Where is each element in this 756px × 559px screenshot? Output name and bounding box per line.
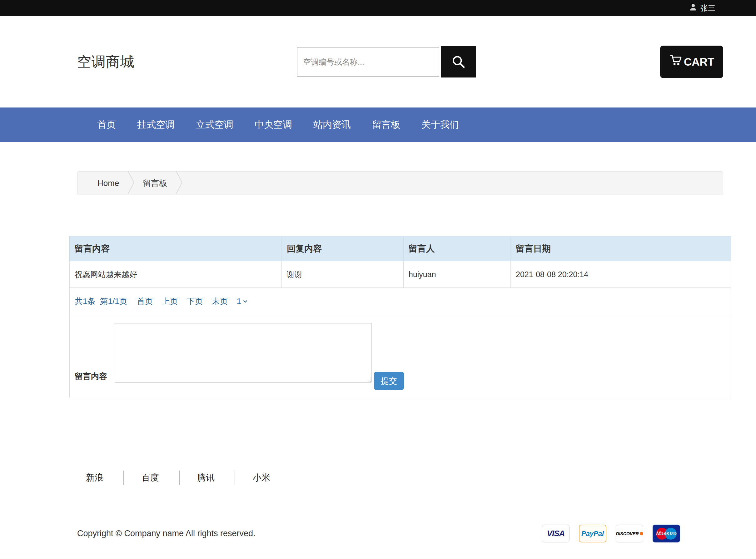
cart-label: CART [684,55,714,68]
page-select-value: 1 [237,296,241,306]
search-input[interactable] [297,47,439,76]
discover-dot [640,532,643,535]
pagination-next[interactable]: 下页 [187,296,203,307]
discover-label: DISCOVER [616,531,639,536]
message-label: 留言内容 [75,371,107,382]
nav-item-central-ac[interactable]: 中央空调 [250,118,296,131]
user-menu[interactable]: 张三 [689,3,715,14]
chevron-right-icon [175,171,183,195]
message-form: 留言内容 提交 [69,315,731,398]
table-header-row: 留言内容 回复内容 留言人 留言日期 [70,236,731,261]
message-board-panel: 留言内容 回复内容 留言人 留言日期 祝愿网站越来越好 谢谢 huiyuan 2… [69,236,731,398]
divider [179,471,180,485]
col-header-reply: 回复内容 [282,236,404,261]
pagination-total: 共1条 [75,296,95,307]
cart-icon [669,54,683,70]
visa-label: VISA [547,529,565,538]
chevron-down-icon [243,296,248,306]
nav-item-floor-ac[interactable]: 立式空调 [191,118,238,131]
pagination-prev[interactable]: 上页 [162,296,178,307]
site-title[interactable]: 空调商城 [77,52,135,71]
cell-date: 2021-08-08 20:20:14 [511,261,731,288]
cell-message: 祝愿网站越来越好 [70,261,282,288]
page-select[interactable]: 1 [237,296,248,306]
link-tencent[interactable]: 腾讯 [197,472,214,484]
payment-icons: VISA PayPal DISCOVER Maestro [542,524,680,542]
friend-links: 新浪 百度 腾讯 小米 [77,470,723,486]
col-header-date: 留言日期 [511,236,731,261]
search-bar [297,46,476,77]
nav-item-news[interactable]: 站内资讯 [309,118,355,131]
site-header: 空调商城 CART [0,16,756,108]
search-button[interactable] [441,46,476,77]
message-table: 留言内容 回复内容 留言人 留言日期 祝愿网站越来越好 谢谢 huiyuan 2… [69,236,731,288]
link-sina[interactable]: 新浪 [86,472,104,484]
chevron-right-icon [127,171,135,195]
divider [235,471,235,485]
footer: Copyright © Company name All rights rese… [77,524,723,542]
breadcrumb-current: 留言板 [143,178,167,189]
discover-icon: DISCOVER [616,524,643,542]
user-icon [689,3,697,14]
breadcrumb-home[interactable]: Home [97,178,119,188]
maestro-icon: Maestro [652,524,680,542]
pagination-last[interactable]: 末页 [212,296,228,307]
maestro-label: Maestro [656,531,676,537]
message-textarea[interactable] [115,323,371,382]
paypal-icon: PayPal [579,524,606,542]
divider [123,471,124,485]
col-header-message: 留言内容 [70,236,282,261]
col-header-author: 留言人 [404,236,511,261]
cell-reply: 谢谢 [282,261,404,288]
breadcrumb: Home 留言板 [77,171,723,195]
nav-item-message-board[interactable]: 留言板 [368,118,405,131]
copyright: Copyright © Company name All rights rese… [77,529,255,538]
pagination-first[interactable]: 首页 [137,296,153,307]
visa-icon: VISA [542,524,570,542]
cart-button[interactable]: CART [660,46,723,78]
link-baidu[interactable]: 百度 [141,472,159,484]
pagination: 共1条 第1/1页 首页 上页 下页 末页 1 [69,288,731,315]
nav-item-home[interactable]: 首页 [93,118,120,131]
pagination-page-info: 第1/1页 [100,296,127,307]
nav-item-wall-ac[interactable]: 挂式空调 [133,118,179,131]
search-icon [451,54,465,70]
nav-item-about[interactable]: 关于我们 [417,118,463,131]
username: 张三 [701,3,715,13]
table-row: 祝愿网站越来越好 谢谢 huiyuan 2021-08-08 20:20:14 [70,261,731,288]
link-xiaomi[interactable]: 小米 [253,472,270,484]
main-nav: 首页 挂式空调 立式空调 中央空调 站内资讯 留言板 关于我们 [0,108,756,142]
paypal-label: PayPal [581,530,604,538]
cell-author: huiyuan [404,261,511,288]
submit-button[interactable]: 提交 [374,372,404,390]
topbar: 张三 [0,0,756,16]
